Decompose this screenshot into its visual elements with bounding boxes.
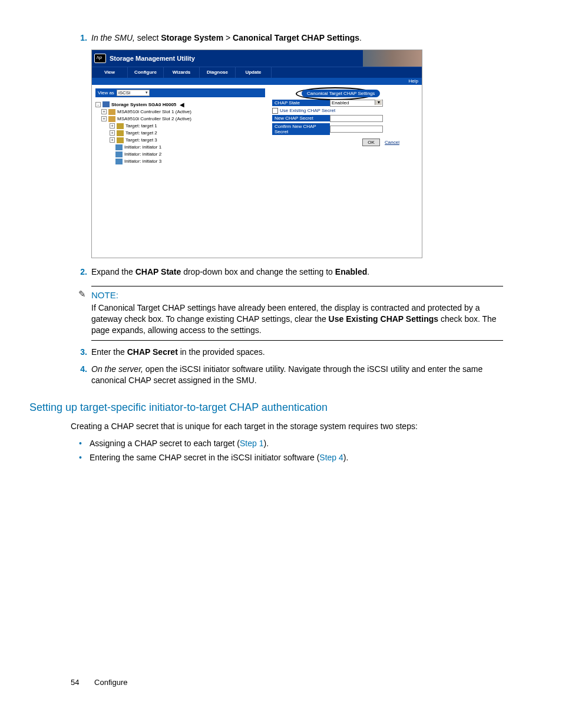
bullet-2: Entering the same CHAP secret in the iSC…	[71, 452, 503, 464]
bullet-1: Assigning a CHAP secret to each target (…	[71, 438, 503, 450]
view-as-select[interactable]: iSCSI	[117, 90, 150, 96]
tree-initiator3[interactable]: Initiator: initiator 3	[95, 158, 265, 165]
tree-ctrl2[interactable]: + MSA9510i Controller Slot 2 (Active)	[95, 116, 265, 123]
use-existing-row[interactable]: Use Existing CHAP Secret	[272, 108, 418, 114]
header-photo	[363, 50, 422, 67]
note-block: NOTE: If Canonical Target CHAP settings …	[91, 286, 503, 341]
tree-initiator1[interactable]: Initiator: initiator 1	[95, 144, 265, 151]
step4-link[interactable]: Step 4	[319, 453, 343, 462]
target-icon	[117, 130, 124, 136]
view-as-bar: View as iSCSI	[95, 88, 265, 97]
help-link[interactable]: Help	[92, 78, 422, 85]
system-icon	[103, 101, 110, 107]
new-secret-label: New CHAP Secret	[272, 115, 330, 121]
page-number: 54	[71, 678, 79, 687]
pointer-arrow-icon: ◀	[180, 101, 184, 108]
smu-sidebar: View as iSCSI - Storage System SGA0 H000…	[92, 85, 269, 258]
step1-link[interactable]: Step 1	[240, 439, 263, 448]
step-number: 3.	[71, 347, 87, 358]
step-number: 4.	[71, 364, 87, 375]
expand-icon[interactable]: +	[101, 109, 107, 114]
new-secret-row: New CHAP Secret	[272, 115, 418, 122]
tree-ctrl1[interactable]: + MSA9510i Controller Slot 1 (Active)	[95, 108, 265, 116]
tree-target1[interactable]: + Target: target 1	[95, 123, 265, 130]
chap-state-select[interactable]: Enabled	[330, 100, 383, 107]
use-existing-checkbox[interactable]	[272, 108, 278, 114]
target-icon	[117, 123, 124, 129]
expand-icon[interactable]: +	[110, 130, 115, 136]
view-as-label: View as	[98, 90, 114, 95]
ok-button[interactable]: OK	[362, 139, 380, 146]
tree-target2[interactable]: + Target: target 2	[95, 130, 265, 137]
smu-header: Storage Management Utility	[92, 50, 422, 67]
section-heading: Setting up target-specific initiator-to-…	[29, 401, 503, 414]
step-number: 1.	[71, 32, 87, 44]
step-2: 2. Expand the CHAP State drop-down box a…	[71, 266, 503, 278]
smu-title: Storage Management Utility	[110, 55, 195, 62]
step-1: 1. In the SMU, select Storage System > C…	[71, 32, 503, 44]
page-footer: 54 Configure	[71, 678, 127, 687]
cancel-button[interactable]: Cancel	[384, 139, 401, 146]
tree-target3[interactable]: + Target: target 3	[95, 137, 265, 144]
target-icon	[117, 137, 124, 143]
bullet-list: Assigning a CHAP secret to each target (…	[71, 438, 503, 463]
menu-wizards[interactable]: Wizards	[164, 67, 200, 78]
expand-icon[interactable]: +	[110, 137, 115, 143]
step-number: 2.	[71, 266, 87, 278]
step-4: 4. On the server, open the iSCSI initiat…	[71, 364, 503, 386]
expand-icon[interactable]: +	[101, 116, 107, 121]
menu-configure[interactable]: Configure	[128, 67, 164, 78]
menu-diagnose[interactable]: Diagnose	[200, 67, 236, 78]
menu-view[interactable]: View	[92, 67, 128, 78]
chap-state-row: CHAP State Enabled	[272, 100, 418, 107]
smu-menubar: View Configure Wizards Diagnose Update	[92, 67, 422, 78]
menu-update[interactable]: Update	[236, 67, 272, 78]
footer-section: Configure	[94, 678, 127, 687]
chap-state-label: CHAP State	[272, 100, 330, 106]
section-intro: Creating a CHAP secret that is unique fo…	[71, 421, 503, 432]
initiator-icon	[115, 151, 123, 157]
step-3: 3. Enter the CHAP Secret in the provided…	[71, 347, 503, 358]
hp-logo-icon	[94, 54, 106, 63]
expand-icon[interactable]: +	[110, 123, 115, 129]
note-body: If Canonical Target CHAP settings have a…	[91, 302, 503, 336]
collapse-icon[interactable]: -	[95, 102, 101, 107]
smu-content: Canonical Target CHAP Settings CHAP Stat…	[269, 85, 422, 258]
use-existing-label: Use Existing CHAP Secret	[280, 108, 335, 113]
confirm-secret-label: Confirm New CHAP Secret	[272, 123, 330, 135]
note-icon	[78, 290, 88, 299]
initiator-icon	[115, 144, 123, 150]
new-secret-input[interactable]	[330, 115, 383, 122]
panel-title: Canonical Target CHAP Settings	[302, 90, 380, 97]
tree-initiator2[interactable]: Initiator: initiator 2	[95, 151, 265, 158]
step1-prefix: In the SMU,	[91, 33, 135, 42]
confirm-secret-input[interactable]	[330, 126, 383, 133]
nav-tree: - Storage System SGA0 H0005 ◀ + MSA9510i…	[95, 101, 265, 165]
controller-icon	[108, 109, 115, 115]
confirm-secret-row: Confirm New CHAP Secret	[272, 123, 418, 135]
smu-screenshot: Storage Management Utility View Configur…	[71, 50, 503, 258]
tree-root[interactable]: - Storage System SGA0 H0005 ◀	[95, 101, 265, 108]
controller-icon	[108, 116, 115, 122]
note-title: NOTE:	[91, 290, 118, 300]
initiator-icon	[115, 159, 123, 164]
